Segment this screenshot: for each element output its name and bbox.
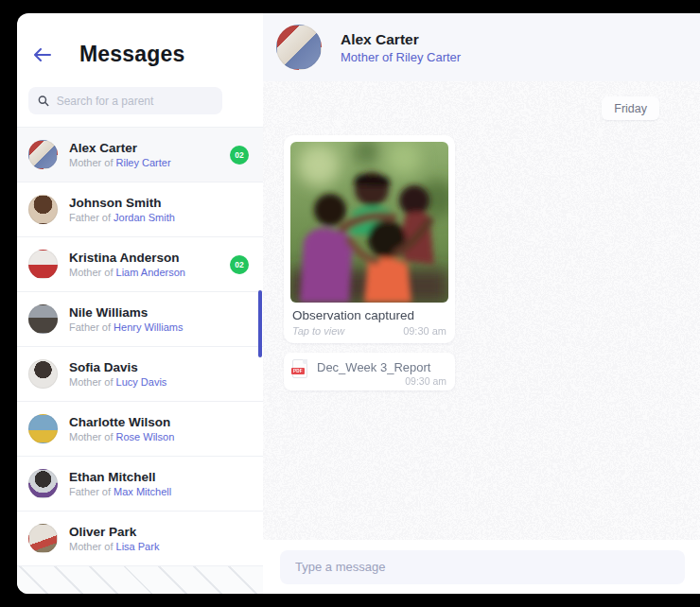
contact-name: Charlotte Wilson (69, 414, 249, 430)
avatar (28, 195, 58, 224)
file-message-card[interactable]: PDF Dec_Week 3_Report 09:30 am (284, 353, 455, 390)
contact-row-sofia-davis[interactable]: Sofia Davis Mother of Lucy Davis (17, 347, 263, 402)
conversations-sidebar: Messages Alex Carter Mother of Riley Car… (17, 13, 263, 594)
list-bottom-strip (17, 566, 263, 594)
date-separator: Friday (602, 96, 659, 120)
contact-row-kristina-anderson[interactable]: Kristina Anderson Mother of Liam Anderso… (17, 237, 263, 292)
chat-message-area: Friday (263, 81, 700, 540)
contact-relation: Mother of Riley Carter (69, 156, 230, 170)
search-icon (38, 95, 49, 107)
file-name: Dec_Week 3_Report (317, 360, 430, 374)
tap-to-view-hint: Tap to view (292, 325, 344, 337)
avatar (28, 250, 58, 279)
contact-row-ethan-mitchell[interactable]: Ethan Mitchell Father of Max Mitchell (17, 457, 263, 512)
contact-name: Alex Carter (69, 140, 230, 156)
unread-badge: 02 (230, 146, 249, 165)
message-timestamp: 09:30 am (403, 325, 446, 337)
chat-header: Alex Carter Mother of Riley Carter (263, 13, 700, 81)
contact-relation: Father of Max Mitchell (69, 485, 249, 499)
contact-name: Nile Williams (69, 304, 249, 321)
avatar (28, 469, 58, 498)
contact-name: Kristina Anderson (69, 250, 230, 266)
contact-row-johnson-smith[interactable]: Johnson Smith Father of Jordan Smith (17, 182, 263, 237)
arrow-left-icon (33, 48, 51, 61)
avatar (28, 414, 58, 443)
chat-panel: Alex Carter Mother of Riley Carter (263, 13, 700, 594)
unread-badge: 02 (230, 255, 249, 274)
search-input[interactable] (57, 95, 213, 108)
observation-photo[interactable] (290, 142, 448, 303)
image-message-card[interactable]: Observation captured Tap to view 09:30 a… (284, 135, 455, 343)
pdf-badge: PDF (291, 368, 305, 374)
page-title: Messages (79, 42, 185, 67)
message-composer (263, 540, 700, 594)
message-timestamp: 09:30 am (405, 375, 446, 387)
avatar (28, 140, 58, 169)
contact-relation: Mother of Lucy Davis (69, 375, 249, 390)
contact-relation: Mother of Rose Wilson (69, 430, 249, 444)
contact-list: Alex Carter Mother of Riley Carter 02 Jo… (17, 127, 263, 594)
contact-name: Oliver Park (69, 524, 249, 540)
chat-contact-name: Alex Carter (341, 30, 461, 49)
pdf-file-icon: PDF (292, 359, 307, 378)
contact-relation: Mother of Lisa Park (69, 540, 249, 554)
search-box (28, 87, 222, 114)
contact-relation: Father of Jordan Smith (69, 211, 249, 225)
avatar (28, 304, 58, 334)
contact-name: Sofia Davis (69, 359, 249, 375)
sidebar-header: Messages (17, 13, 263, 67)
chat-contact-subtitle: Mother of Riley Carter (341, 49, 461, 65)
contact-relation: Father of Henry Williams (69, 321, 249, 335)
avatar (276, 25, 322, 70)
avatar (28, 524, 58, 553)
contact-row-charlotte-wilson[interactable]: Charlotte Wilson Mother of Rose Wilson (17, 402, 263, 457)
contact-relation: Mother of Liam Anderson (69, 266, 230, 280)
image-caption: Observation captured (292, 308, 446, 322)
contact-row-oliver-park[interactable]: Oliver Park Mother of Lisa Park (17, 512, 263, 566)
back-button[interactable] (29, 44, 54, 65)
app-window: Messages Alex Carter Mother of Riley Car… (0, 0, 700, 607)
contact-name: Johnson Smith (69, 195, 249, 211)
contact-name: Ethan Mitchell (69, 469, 249, 485)
sidebar-scrollbar-thumb[interactable] (258, 290, 262, 357)
main-frame: Messages Alex Carter Mother of Riley Car… (17, 13, 700, 594)
message-input[interactable] (280, 550, 685, 584)
contact-row-alex-carter[interactable]: Alex Carter Mother of Riley Carter 02 (17, 128, 263, 182)
contact-row-nile-williams[interactable]: Nile Williams Father of Henry Williams (17, 292, 263, 347)
avatar (28, 359, 58, 389)
